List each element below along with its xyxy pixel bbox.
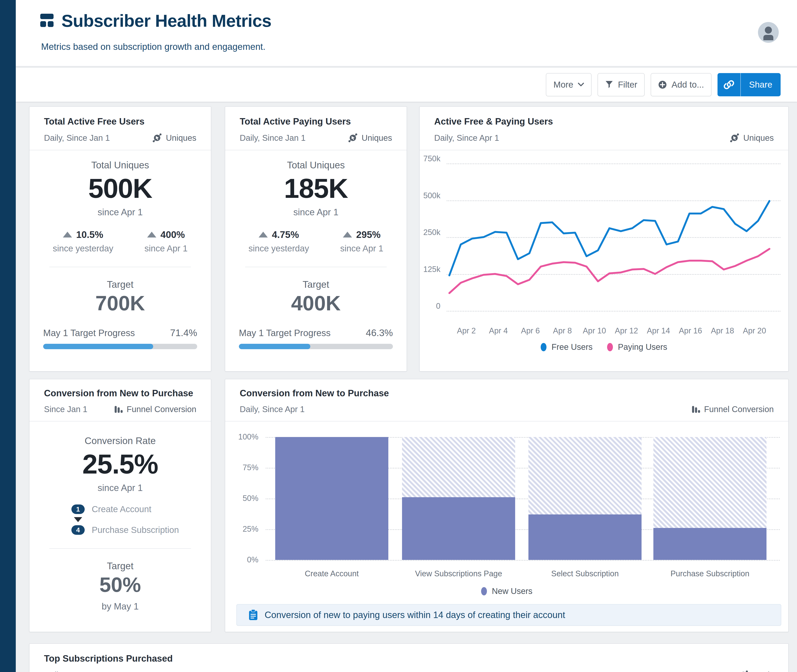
y-axis-tick-label: 100% [236, 432, 259, 442]
legend-marker [481, 587, 487, 595]
share-button-group: Share [717, 73, 781, 96]
legend-item: Free Users [541, 342, 593, 352]
card-subtitle: Daily, Apr-Jun 1 [44, 670, 102, 672]
delta-label: since yesterday [53, 243, 113, 253]
plus-circle-icon [658, 80, 667, 89]
step-label: Create Account [92, 504, 151, 514]
divider [50, 267, 191, 267]
divider [245, 267, 387, 267]
card-total-active-free-users: Total Active Free Users Daily, Since Jan… [29, 106, 211, 371]
progress-bar-fill [239, 344, 310, 349]
metric-caption: since Apr 1 [29, 483, 211, 493]
funnel-bar-chart-plot: 100%75%50%25%0%Create AccountView Subscr… [225, 421, 788, 634]
x-axis-category-label: View Subscriptions Page [415, 569, 502, 578]
copy-link-button[interactable] [717, 73, 741, 96]
legend-item: Paying Users [607, 342, 667, 352]
delta-since-yesterday: 4.75% since yesterday [248, 229, 309, 253]
triangle-up-icon [147, 232, 156, 237]
delta-label: since yesterday [248, 243, 309, 253]
card-top-subscriptions-purchased: Top Subscriptions Purchased Daily, Apr-J… [29, 643, 789, 672]
metric-caption: since Apr 1 [225, 207, 407, 218]
chart-legend: Free UsersPaying Users [420, 342, 788, 352]
funnel-bar-view-subscriptions-page [402, 497, 515, 560]
funnel-bar-remainder [653, 437, 767, 528]
card-subtitle: Daily, Since Jan 1 [44, 133, 110, 142]
line-chart-svg [420, 150, 788, 364]
delta-since-apr1: 400% since Apr 1 [144, 229, 188, 253]
metric-type-badge: Funnel Conversion [114, 405, 196, 414]
page-subtitle: Metrics based on subscription growth and… [41, 42, 265, 52]
toolbar: More Filter Add to... Share [16, 68, 797, 102]
metric-label: Total Uniques [225, 160, 407, 171]
card-header-divider [29, 421, 211, 421]
add-to-button[interactable]: Add to... [651, 73, 711, 96]
delta-value: 295% [356, 229, 381, 240]
legend-label: Paying Users [618, 342, 667, 352]
divider [50, 548, 191, 549]
card-subtitle: Daily, Since Apr 1 [240, 405, 305, 414]
metric-type-badge: Uniques [348, 133, 392, 143]
funnel-steps: 1 Create Account 4 Purchase Subscription [71, 504, 169, 535]
target-label: Target [225, 279, 407, 290]
share-button-label: Share [749, 80, 772, 90]
badge-label: Uniques [743, 133, 774, 142]
progress-percent: 46.3% [366, 327, 393, 338]
funnel-conversion-icon [691, 405, 700, 414]
totals-icon [738, 670, 748, 672]
funnel-step-2: 4 Purchase Subscription [71, 525, 169, 535]
link-icon [724, 79, 734, 90]
clipboard-icon [248, 609, 258, 621]
progress-label: May 1 Target Progress [239, 328, 331, 338]
card-title: Conversion from New to Purchase [44, 388, 196, 398]
progress-bar [43, 344, 197, 349]
metric-type-badge: Funnel Conversion [691, 405, 774, 414]
target-value: 400K [225, 291, 407, 315]
more-button-label: More [553, 80, 573, 90]
card-header-divider [29, 150, 211, 150]
header-divider [16, 66, 797, 68]
more-button[interactable]: More [546, 73, 591, 96]
progress-bar-fill [43, 344, 153, 349]
funnel-conversion-icon [114, 405, 123, 414]
share-button[interactable]: Share [741, 73, 781, 96]
metric-type-badge: Totals [738, 670, 774, 672]
card-title: Total Active Free Users [44, 116, 196, 126]
chart-note-text: Conversion of new to paying users within… [265, 610, 565, 620]
uniques-icon [152, 133, 162, 143]
line-series-free-users [449, 201, 770, 275]
target-value: 50% [29, 573, 211, 597]
delta-value: 10.5% [76, 229, 103, 240]
delta-since-apr1: 295% since Apr 1 [340, 229, 383, 253]
user-avatar[interactable] [758, 22, 779, 43]
badge-label: Funnel Conversion [126, 405, 196, 414]
badge-label: Uniques [361, 133, 392, 142]
filter-button-label: Filter [618, 80, 637, 90]
filter-button[interactable]: Filter [597, 73, 645, 96]
badge-label: Funnel Conversion [704, 405, 774, 414]
target-progress: May 1 Target Progress 46.3% [239, 327, 393, 349]
delta-value: 400% [160, 229, 185, 240]
arrow-down-icon [74, 517, 82, 522]
x-axis-category-label: Select Subscription [551, 569, 619, 578]
dashboard-icon [40, 14, 54, 28]
x-axis-category-label: Create Account [305, 569, 359, 578]
y-axis-tick-label: 75% [236, 463, 259, 472]
legend-label: Free Users [551, 342, 593, 352]
funnel-bar-remainder [529, 437, 642, 514]
add-to-button-label: Add to... [671, 80, 704, 90]
delta-label: since Apr 1 [144, 243, 188, 253]
step-label: Purchase Subscription [92, 525, 179, 535]
triangle-up-icon [63, 232, 72, 237]
funnel-bar-remainder [402, 437, 515, 497]
legend-marker [607, 343, 613, 351]
delta-label: since Apr 1 [340, 243, 383, 253]
metric-label: Total Uniques [29, 160, 211, 171]
metric-value: 25.5% [29, 448, 211, 480]
page-header: Subscriber Health Metrics Metrics based … [16, 0, 797, 66]
card-title: Active Free & Paying Users [434, 116, 774, 126]
filter-funnel-icon [605, 80, 613, 89]
card-header-divider [225, 150, 407, 150]
metric-caption: since Apr 1 [29, 207, 211, 218]
target-caption: by May 1 [29, 601, 211, 611]
triangle-up-icon [343, 232, 352, 237]
